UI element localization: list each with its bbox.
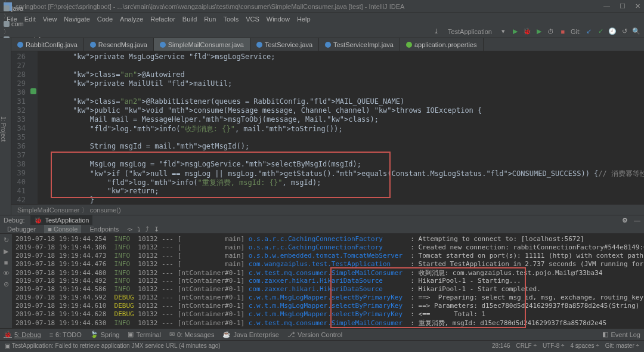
stop-debug-icon[interactable]: ■ bbox=[4, 259, 8, 266]
git-revert-icon[interactable]: ↺ bbox=[620, 27, 628, 36]
line-number[interactable]: 26 bbox=[11, 53, 29, 61]
console-line[interactable]: 2019-07-18 19:19:44.480 INFO 10132 --- [… bbox=[12, 268, 644, 277]
code-line[interactable]: "kw">public "kw">void "mth">consume(Mess… bbox=[38, 106, 644, 115]
java-ee-tool-window[interactable]: ☕ Java Enterprise bbox=[222, 331, 278, 338]
menu-window[interactable]: Window bbox=[264, 14, 293, 24]
status-item[interactable]: 28:146 bbox=[492, 342, 510, 349]
code-line[interactable]: "fld">log."mth">info("收到消息: {}", mail."m… bbox=[38, 124, 644, 133]
menu-refactor[interactable]: Refactor bbox=[147, 14, 178, 24]
search-icon[interactable]: 🔍 bbox=[632, 27, 640, 36]
line-number[interactable]: 30 bbox=[11, 88, 29, 97]
step-out-icon[interactable]: ⤴ bbox=[145, 226, 149, 233]
console-line[interactable]: 2019-07-18 19:19:44.386 INFO 10132 --- [… bbox=[12, 243, 644, 252]
menu-tools[interactable]: Tools bbox=[220, 14, 242, 24]
terminal-tool-window[interactable]: ▣ Terminal bbox=[128, 331, 161, 338]
console-line[interactable]: 2019-07-18 19:19:44.586 INFO 10132 --- [… bbox=[12, 285, 644, 294]
console-line[interactable]: 2019-07-18 19:19:44.492 INFO 10132 --- [… bbox=[12, 277, 644, 285]
status-item[interactable]: 4 spaces ÷ bbox=[571, 342, 599, 349]
line-number[interactable]: 42 bbox=[11, 196, 29, 204]
git-history-icon[interactable]: 🕘 bbox=[608, 27, 617, 36]
run-coverage-icon[interactable]: ▶ bbox=[535, 27, 543, 36]
step-over-icon[interactable]: ⤼ bbox=[127, 226, 132, 233]
console-line[interactable]: 2019-07-18 19:19:44.610 DEBUG 10132 --- … bbox=[12, 302, 644, 310]
vcs-tool-window[interactable]: ⎇ Version Control bbox=[287, 331, 342, 338]
git-pull-icon[interactable]: ↙ bbox=[584, 27, 593, 36]
build-icon[interactable]: ⤓ bbox=[432, 27, 441, 36]
line-number[interactable]: 38 bbox=[11, 160, 29, 169]
editor-tab[interactable]: RabbitConfig.java bbox=[11, 38, 84, 51]
line-number[interactable]: 35 bbox=[11, 133, 29, 142]
view-breakpoints-icon[interactable]: 👁 bbox=[3, 270, 10, 277]
code-line[interactable] bbox=[38, 133, 644, 142]
debug-icon[interactable]: 🐞 bbox=[523, 27, 531, 36]
stop-icon[interactable]: ■ bbox=[559, 27, 567, 36]
code-line[interactable]: Mail mail = MessageHelper."mth">msgToObj… bbox=[38, 115, 644, 124]
run-to-cursor-icon[interactable]: ↧ bbox=[154, 226, 159, 233]
line-number[interactable]: 28 bbox=[11, 70, 29, 79]
line-number[interactable]: 37 bbox=[11, 151, 29, 160]
line-number[interactable]: 40 bbox=[11, 178, 29, 187]
event-log[interactable]: ◧ Event Log bbox=[602, 331, 640, 338]
menu-build[interactable]: Build bbox=[179, 14, 200, 24]
status-item[interactable]: UTF-8 ÷ bbox=[543, 342, 565, 349]
debug-hide-icon[interactable]: — bbox=[634, 217, 640, 224]
git-commit-icon[interactable]: ✓ bbox=[596, 27, 605, 36]
line-number[interactable]: 33 bbox=[11, 115, 29, 124]
line-number[interactable]: 31 bbox=[11, 97, 29, 106]
messages-tool-window[interactable]: ✉ 0: Messages bbox=[169, 331, 214, 338]
console-line[interactable]: 2019-07-18 19:19:44.476 INFO 10132 --- [… bbox=[12, 260, 644, 268]
maximize-icon[interactable]: ☐ bbox=[620, 2, 626, 10]
resume-icon[interactable]: ▶ bbox=[4, 248, 8, 255]
todo-tool-window[interactable]: ≡ 6: TODO bbox=[49, 331, 82, 338]
run-icon[interactable]: ▶ bbox=[511, 27, 519, 36]
debug-tool-window[interactable]: 🐞 5: Debug bbox=[4, 331, 41, 338]
step-into-icon[interactable]: ⤵ bbox=[137, 226, 141, 233]
debug-settings-icon[interactable]: ⚙ bbox=[622, 217, 628, 224]
debugger-subtab[interactable]: Debugger bbox=[4, 225, 39, 233]
code-editor[interactable]: "kw">private MsgLogService "fld">msgLogS… bbox=[38, 51, 644, 204]
run-gutter-icon[interactable] bbox=[30, 88, 36, 94]
breadcrumb-item[interactable]: com bbox=[4, 20, 74, 27]
code-line[interactable]: "kw">private MsgLogService "fld">msgLogS… bbox=[38, 53, 644, 61]
console-line[interactable]: 2019-07-18 19:19:44.592 DEBUG 10132 --- … bbox=[12, 294, 644, 302]
editor-tab[interactable]: TestService.java bbox=[250, 38, 319, 51]
line-number[interactable]: 39 bbox=[11, 169, 29, 178]
minimize-icon[interactable]: — bbox=[603, 2, 610, 10]
profile-icon[interactable]: ⏱ bbox=[547, 27, 555, 36]
line-number[interactable]: 36 bbox=[11, 142, 29, 151]
status-toggle-icon[interactable]: ▣ bbox=[5, 342, 10, 349]
code-line[interactable]: "kw">private MailUtil "fld">mailUtil; bbox=[38, 79, 644, 88]
breadcrumb-item[interactable]: java bbox=[4, 5, 74, 12]
debug-run-config-tab[interactable]: 🐞 TestApplication bbox=[30, 215, 92, 225]
menu-analyze[interactable]: Analyze bbox=[117, 14, 146, 24]
menu-help[interactable]: Help bbox=[294, 14, 314, 24]
spring-tool-window[interactable]: 🍃 Spring bbox=[90, 331, 120, 338]
editor-tab[interactable]: SimpleMailConsumer.java bbox=[154, 38, 250, 51]
console-line[interactable]: 2019-07-18 19:19:44.473 INFO 10132 --- [… bbox=[12, 252, 644, 260]
console-line[interactable]: 2019-07-18 19:19:44.628 DEBUG 10132 --- … bbox=[12, 310, 644, 319]
line-number[interactable]: 32 bbox=[11, 106, 29, 115]
status-item[interactable]: Git: master ÷ bbox=[605, 342, 639, 349]
menu-vcs[interactable]: VCS bbox=[243, 14, 262, 24]
editor-breadcrumb[interactable]: SimpleMailConsumer 〉 consume() bbox=[11, 204, 644, 215]
console-line[interactable]: 2019-07-18 19:19:44.630 INFO 10132 --- [… bbox=[12, 319, 644, 327]
mute-breakpoints-icon[interactable]: ⊘ bbox=[4, 280, 9, 288]
code-line[interactable]: "kw">class="an2">@RabbitListener(queues … bbox=[38, 97, 644, 106]
line-number[interactable]: 41 bbox=[11, 187, 29, 196]
run-config[interactable]: TestApplication bbox=[444, 28, 496, 35]
rerun-icon[interactable]: ↻ bbox=[4, 236, 9, 244]
run-dropdown-icon[interactable]: ▾ bbox=[499, 27, 507, 36]
code-line[interactable] bbox=[38, 61, 644, 70]
editor-tab[interactable]: ResendMsg.java bbox=[84, 38, 154, 51]
code-line[interactable]: "kw">class="an">@Autowired bbox=[38, 70, 644, 79]
endpoints-subtab[interactable]: Endpoints bbox=[86, 225, 122, 233]
console-line[interactable]: 2019-07-18 19:19:44.254 INFO 10132 --- [… bbox=[12, 235, 644, 243]
status-item[interactable]: CRLF ÷ bbox=[516, 342, 537, 349]
close-icon[interactable]: ✕ bbox=[635, 2, 640, 10]
menubar[interactable]: FileEditViewNavigateCodeAnalyzeRefactorB… bbox=[0, 13, 644, 25]
line-number[interactable]: 34 bbox=[11, 124, 29, 133]
project-tool-tab[interactable]: 1: Project bbox=[0, 116, 7, 141]
line-number[interactable]: 27 bbox=[11, 61, 29, 70]
menu-run[interactable]: Run bbox=[201, 14, 219, 24]
line-number[interactable]: 29 bbox=[11, 79, 29, 88]
